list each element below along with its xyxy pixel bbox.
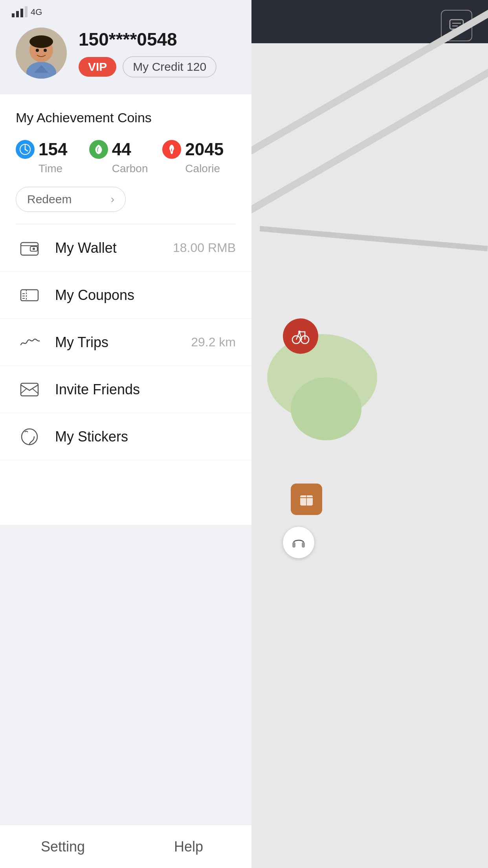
stickers-icon <box>16 423 43 451</box>
svg-line-22 <box>25 149 28 151</box>
avatar <box>16 28 67 79</box>
achievement-section: My Achievement Coins 154 Time <box>0 94 251 224</box>
status-left: 4G <box>12 6 46 17</box>
coin-time: 154 Time <box>16 140 89 175</box>
wallet-value: 18.00 RMB <box>173 241 236 255</box>
profile-badges: VIP My Credit 120 <box>79 56 236 77</box>
svg-point-17 <box>29 35 53 48</box>
headset-button[interactable] <box>283 527 314 558</box>
package-pin[interactable] <box>291 484 322 515</box>
status-bar: 4G <box>0 0 251 24</box>
menu-item-stickers[interactable]: My Stickers <box>0 413 251 460</box>
wallet-label: My Wallet <box>55 240 173 256</box>
trips-value: 29.2 km <box>191 335 236 349</box>
profile-info: 150****0548 VIP My Credit 120 <box>79 29 236 77</box>
svg-rect-11 <box>20 9 23 17</box>
redeem-arrow-icon: › <box>111 193 114 206</box>
calorie-label: Calorie <box>185 162 236 175</box>
svg-text:4G: 4G <box>31 7 42 17</box>
svg-rect-24 <box>21 243 38 255</box>
achievement-title: My Achievement Coins <box>16 110 236 125</box>
invite-label: Invite Friends <box>55 381 236 398</box>
svg-point-26 <box>33 248 35 250</box>
empty-space <box>0 525 251 825</box>
trips-label: My Trips <box>55 334 191 351</box>
redeem-button[interactable]: Redeem › <box>16 187 126 212</box>
svg-line-35 <box>33 389 38 394</box>
redeem-label: Redeem <box>27 193 72 206</box>
map-green-area2 <box>291 377 361 440</box>
time-label: Time <box>39 162 89 175</box>
svg-point-18 <box>36 49 39 52</box>
coupons-icon <box>16 281 43 309</box>
time-icon <box>16 140 35 159</box>
main-panel: 4G 150****0548 <box>0 0 251 868</box>
wallet-icon <box>16 234 43 262</box>
carbon-label: Carbon <box>112 162 163 175</box>
help-button[interactable]: Help <box>126 839 251 855</box>
setting-button[interactable]: Setting <box>0 839 126 855</box>
svg-rect-8 <box>302 542 305 548</box>
svg-point-5 <box>298 331 301 333</box>
trips-icon <box>16 329 43 356</box>
stickers-label: My Stickers <box>55 428 236 445</box>
time-value: 154 <box>39 140 67 159</box>
coin-carbon: 44 Carbon <box>89 140 163 175</box>
svg-rect-28 <box>21 290 38 301</box>
invite-icon <box>16 376 43 403</box>
menu-item-coupons[interactable]: My Coupons <box>0 272 251 319</box>
menu-item-trips[interactable]: My Trips 29.2 km <box>0 319 251 366</box>
svg-line-34 <box>21 389 26 394</box>
carbon-value: 44 <box>112 140 131 159</box>
svg-rect-33 <box>21 383 38 396</box>
vip-badge[interactable]: VIP <box>79 57 116 77</box>
bottom-bar: Setting Help <box>0 825 251 868</box>
svg-rect-7 <box>292 542 295 548</box>
map-background <box>251 0 488 868</box>
coupons-label: My Coupons <box>55 287 236 303</box>
menu-list: My Wallet 18.00 RMB My Coupons <box>0 224 251 525</box>
coin-calorie: 2045 Calorie <box>162 140 236 175</box>
calorie-value: 2045 <box>185 140 224 159</box>
svg-rect-12 <box>25 6 28 17</box>
coins-row: 154 Time 44 Carbon <box>16 140 236 175</box>
svg-point-19 <box>44 49 47 52</box>
svg-rect-10 <box>16 11 19 17</box>
bike-pin[interactable] <box>283 318 318 354</box>
profile-phone: 150****0548 <box>79 29 236 50</box>
svg-point-36 <box>22 429 37 445</box>
credit-badge[interactable]: My Credit 120 <box>123 56 216 77</box>
svg-rect-9 <box>12 13 15 17</box>
menu-item-wallet[interactable]: My Wallet 18.00 RMB <box>0 224 251 272</box>
carbon-icon <box>89 140 108 159</box>
calorie-icon <box>162 140 181 159</box>
menu-item-invite[interactable]: Invite Friends <box>0 366 251 413</box>
